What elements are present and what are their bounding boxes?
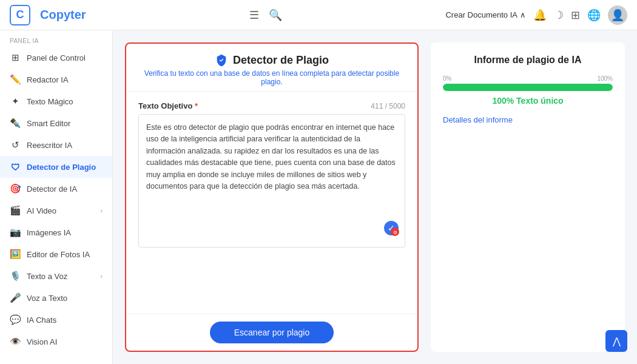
moon-icon[interactable]: ☽ [554, 8, 564, 22]
content-area: Detector de Plagio Verifica tu texto con… [113, 30, 637, 364]
textarea-content: Este es otro detector de plagio que podr… [146, 123, 396, 190]
sidebar-item-detector-plagio[interactable]: 🛡 Detector de Plagio [0, 156, 112, 178]
sidebar-icon-vision-ai: 👁️ [10, 336, 21, 347]
panel-footer: Escanear por plagio [126, 314, 417, 351]
sidebar-label-imagenes-ia: Imágenes IA [27, 228, 71, 237]
panel-subtitle: Verifica tu texto con una base de datos … [138, 69, 405, 86]
sidebar-item-reescritor-ia[interactable]: ↺ Reescritor IA [0, 134, 112, 156]
sidebar-item-detector-ia[interactable]: 🎯 Detector de IA [0, 178, 112, 200]
sidebar-item-texto-magico[interactable]: ✦ Texto Mágico [0, 90, 112, 112]
panel-header: Detector de Plagio Verifica tu texto con… [126, 44, 417, 92]
sidebar-section-label: PANEL IA [0, 30, 112, 47]
sidebar-icon-smart-editor: ✒️ [10, 118, 21, 129]
sidebar-icon-redactor-ia: ✏️ [10, 74, 21, 85]
crear-documento-button[interactable]: Crear Documento IA ∧ [445, 10, 526, 19]
progress-bar-container: 0% 100% [443, 75, 613, 91]
globe-icon[interactable]: 🌐 [587, 8, 601, 22]
sidebar-icon-voz-texto: 🎤 [10, 292, 21, 303]
sidebar-icon-texto-voz: 🎙️ [10, 271, 21, 281]
chevron-icon: › [100, 272, 103, 280]
sidebar-item-smart-editor[interactable]: ✒️ Smart Editor [0, 112, 112, 134]
text-objetivo-label: Texto Objetivo * [138, 101, 198, 110]
sidebar: PANEL IA ⊞ Panel de Control ✏️ Redactor … [0, 30, 113, 364]
sidebar-icon-texto-magico: ✦ [10, 96, 21, 107]
main-panel: Detector de Plagio Verifica tu texto con… [125, 42, 419, 352]
header: C Copyter ☰ 🔍 Crear Documento IA ∧ 🔔 ☽ ⊞… [0, 0, 637, 30]
sidebar-label-vision-ai: Vision AI [27, 337, 57, 346]
notification-icon[interactable]: 🔔 [533, 8, 547, 22]
right-panel: Informe de plagio de IA 0% 100% 100% Tex… [431, 42, 625, 352]
sidebar-icon-panel-control: ⊞ [10, 52, 21, 63]
sidebar-label-ai-video: AI Video [27, 206, 56, 215]
sidebar-item-redactor-ia[interactable]: ✏️ Redactor IA [0, 69, 112, 90]
scroll-top-button[interactable]: ⋀ [605, 330, 627, 352]
sidebar-label-voz-texto: Voz a Texto [27, 294, 67, 303]
scan-corner-icon: ✓ ⚙ [383, 220, 400, 242]
main-layout: PANEL IA ⊞ Panel de Control ✏️ Redactor … [0, 30, 637, 364]
progress-labels: 0% 100% [443, 75, 613, 82]
sidebar-icon-detector-ia: 🎯 [10, 183, 21, 194]
expand-icon[interactable]: ⊞ [571, 8, 580, 22]
progress-fill [443, 84, 613, 91]
shield-icon [215, 53, 228, 67]
hamburger-icon[interactable]: ☰ [249, 8, 259, 22]
sidebar-item-vision-ai[interactable]: 👁️ Vision AI [0, 331, 112, 352]
sidebar-label-redactor-ia: Redactor IA [27, 75, 69, 84]
progress-label-right: 100% [597, 75, 613, 82]
sidebar-item-imagenes-ia[interactable]: 📷 Imágenes IA [0, 221, 112, 243]
header-actions: Crear Documento IA ∧ 🔔 ☽ ⊞ 🌐 👤 [445, 5, 627, 25]
scan-button[interactable]: Escanear por plagio [210, 322, 334, 343]
sidebar-icon-imagenes-ia: 📷 [10, 227, 21, 238]
logo-text: Copyter [40, 8, 86, 22]
report-details-link[interactable]: Detalles del informe [443, 115, 613, 124]
sidebar-item-ai-video[interactable]: 🎬 AI Video › [0, 200, 112, 221]
sidebar-label-detector-plagio: Detector de Plagio [27, 163, 96, 172]
sidebar-label-smart-editor: Smart Editor [27, 119, 70, 128]
sidebar-label-panel-control: Panel de Control [27, 53, 86, 62]
sidebar-icon-detector-plagio: 🛡 [10, 161, 21, 172]
report-title: Informe de plagio de IA [443, 55, 613, 66]
search-icon[interactable]: 🔍 [269, 8, 282, 22]
unique-text-label: 100% Texto único [443, 96, 613, 106]
logo-letter: C [16, 8, 24, 21]
sidebar-label-editor-fotos: Editor de Fotos IA [27, 250, 90, 259]
sidebar-icon-ia-chats: 💬 [10, 314, 21, 325]
sidebar-icon-ai-video: 🎬 [10, 205, 21, 216]
sidebar-label-texto-voz: Texto a Voz [27, 272, 67, 281]
panel-body: Texto Objetivo * 411 / 5000 Este es otro… [126, 92, 417, 314]
sidebar-label-detector-ia: Detector de IA [27, 184, 77, 194]
panel-title-row: Detector de Plagio [138, 53, 405, 67]
progress-label-left: 0% [443, 75, 451, 82]
sidebar-label-reescritor-ia: Reescritor IA [27, 141, 72, 150]
sidebar-icon-editor-fotos: 🖼️ [10, 249, 21, 260]
sidebar-item-panel-control[interactable]: ⊞ Panel de Control [0, 47, 112, 69]
chevron-icon: › [100, 207, 103, 214]
panel-title: Detector de Plagio [233, 54, 329, 67]
avatar[interactable]: 👤 [608, 5, 627, 25]
sidebar-item-ia-chats[interactable]: 💬 IA Chats [0, 309, 112, 331]
char-count: 411 / 5000 [371, 102, 405, 110]
sidebar-item-voz-texto[interactable]: 🎤 Voz a Texto [0, 287, 112, 309]
svg-text:⚙: ⚙ [393, 230, 397, 235]
logo-box[interactable]: C [10, 5, 30, 25]
sidebar-item-editor-fotos[interactable]: 🖼️ Editor de Fotos IA [0, 243, 112, 265]
sidebar-item-texto-voz[interactable]: 🎙️ Texto a Voz › [0, 265, 112, 287]
sidebar-label-texto-magico: Texto Mágico [27, 97, 73, 106]
text-objetivo-row: Texto Objetivo * 411 / 5000 [138, 101, 405, 110]
progress-track [443, 84, 613, 91]
text-area-box[interactable]: Este es otro detector de plagio que podr… [138, 114, 405, 248]
sidebar-icon-reescritor-ia: ↺ [10, 140, 21, 150]
sidebar-label-ia-chats: IA Chats [27, 315, 56, 325]
